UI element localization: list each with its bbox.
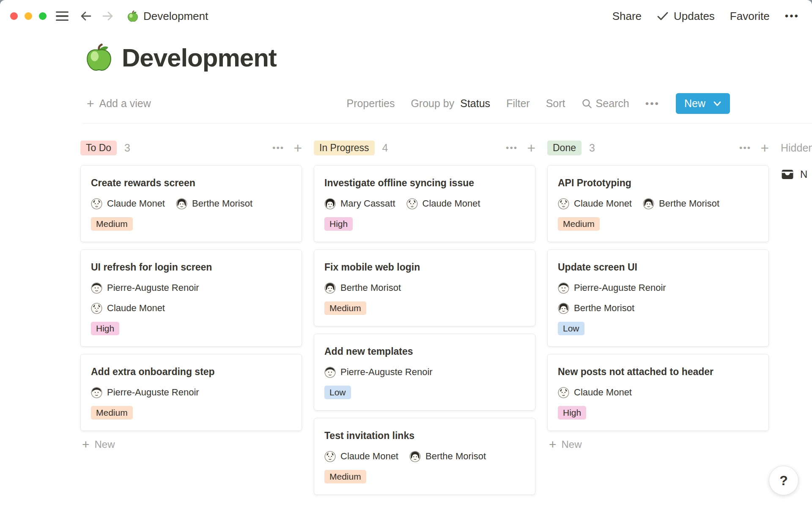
page-title[interactable]: Development — [122, 43, 277, 72]
hidden-column-item[interactable]: N — [781, 168, 812, 180]
notion-window: { "topbar": { "window_title": "Developme… — [0, 0, 812, 508]
share-button[interactable]: Share — [612, 10, 642, 23]
column-add-icon[interactable]: + — [294, 141, 302, 155]
avatar-claude-monet-icon — [406, 198, 418, 210]
avatar-claude-monet-icon — [324, 451, 336, 462]
plus-icon: + — [87, 97, 94, 110]
avatar-claude-monet-icon — [91, 198, 102, 210]
updates-button[interactable]: Updates — [657, 10, 715, 23]
column-more-icon[interactable]: ••• — [272, 143, 284, 153]
assignee: Mary Cassatt — [324, 198, 395, 210]
assignee: Pierre-Auguste Renoir — [91, 282, 199, 294]
card[interactable]: Investigate offline syncing issue Mary C… — [314, 165, 535, 242]
assignee: Claude Monet — [324, 451, 398, 462]
card[interactable]: Update screen UI Pierre-Auguste Renoir B… — [547, 249, 769, 347]
avatar-claude-monet-icon — [558, 198, 569, 210]
priority-badge: High — [324, 217, 353, 231]
avatar-berthe-morisot-icon — [643, 198, 654, 210]
kanban-board: To Do 3 ••• + Create rewards screen Clau… — [0, 124, 812, 502]
filter-button[interactable]: Filter — [506, 97, 530, 110]
assignee: Berthe Morisot — [409, 451, 486, 462]
column-more-icon[interactable]: ••• — [506, 143, 518, 153]
avatar-pierre-auguste-renoir-icon — [558, 282, 569, 294]
priority-badge: High — [91, 322, 119, 335]
card[interactable]: Add extra onboarding step Pierre-Auguste… — [80, 354, 302, 431]
page-emoji-apple-icon — [127, 11, 138, 22]
column-add-icon[interactable]: + — [760, 141, 769, 155]
breadcrumb-page-title[interactable]: Development — [143, 10, 208, 23]
priority-badge: High — [558, 406, 586, 420]
properties-button[interactable]: Properties — [346, 97, 395, 110]
check-icon — [657, 11, 669, 21]
page-icon-apple[interactable] — [85, 44, 112, 72]
assignee: Berthe Morisot — [558, 303, 634, 314]
sort-button[interactable]: Sort — [546, 97, 565, 110]
priority-badge: Medium — [91, 217, 133, 231]
zoom-window-button[interactable] — [39, 12, 47, 20]
assignee: Berthe Morisot — [176, 198, 252, 210]
column-to-do: To Do 3 ••• + Create rewards screen Clau… — [80, 140, 302, 451]
card[interactable]: Create rewards screen Claude Monet Berth… — [80, 165, 302, 242]
avatar-berthe-morisot-icon — [409, 451, 421, 462]
close-window-button[interactable] — [10, 12, 18, 20]
avatar-claude-monet-icon — [91, 303, 102, 314]
minimize-window-button[interactable] — [25, 12, 32, 20]
column-count: 4 — [382, 142, 388, 154]
search-button[interactable]: Search — [582, 97, 629, 110]
plus-icon: + — [82, 438, 90, 451]
sidebar-menu-icon[interactable] — [56, 11, 69, 21]
group-by-button[interactable]: Group byStatus — [411, 97, 490, 110]
priority-badge: Low — [558, 322, 584, 335]
assignee: Claude Monet — [406, 198, 480, 210]
card[interactable]: Fix mobile web login Berthe Morisot Medi… — [314, 249, 535, 326]
assignee: Berthe Morisot — [324, 282, 401, 294]
column-count: 3 — [124, 142, 130, 154]
hidden-columns-section: Hidden N — [781, 140, 812, 180]
column-badge-in-progress[interactable]: In Progress — [314, 141, 375, 155]
avatar-pierre-auguste-renoir-icon — [324, 367, 336, 378]
window-titlebar: Development Share Updates Favorite ••• — [0, 0, 812, 32]
view-toolbar: + Add a view Properties Group byStatus F… — [82, 76, 812, 124]
assignee: Claude Monet — [91, 303, 165, 314]
assignee: Pierre-Auguste Renoir — [324, 367, 433, 378]
column-done: Done 3 ••• + API Prototyping Claude Mone… — [547, 140, 769, 451]
plus-icon: + — [549, 438, 557, 451]
favorite-button[interactable]: Favorite — [730, 10, 770, 23]
column-more-icon[interactable]: ••• — [739, 143, 751, 153]
more-options-icon[interactable]: ••• — [785, 10, 799, 22]
card[interactable]: UI refresh for login screen Pierre-Augus… — [80, 249, 302, 347]
priority-badge: Medium — [558, 217, 600, 231]
priority-badge: Medium — [324, 470, 366, 483]
add-card-button[interactable]: + New — [80, 438, 302, 451]
avatar-mary-cassatt-icon — [324, 198, 336, 210]
avatar-berthe-morisot-icon — [176, 198, 187, 210]
assignee: Claude Monet — [558, 198, 632, 210]
avatar-berthe-morisot-icon — [324, 282, 336, 294]
column-count: 3 — [589, 142, 595, 154]
search-icon — [582, 98, 593, 109]
add-view-button[interactable]: + Add a view — [87, 97, 151, 110]
traffic-lights — [10, 12, 47, 20]
column-badge-done[interactable]: Done — [547, 141, 582, 155]
avatar-pierre-auguste-renoir-icon — [91, 282, 102, 294]
card[interactable]: Test invitation links Claude Monet Berth… — [314, 418, 535, 495]
card[interactable]: API Prototyping Claude Monet Berthe Mori… — [547, 165, 769, 242]
forward-arrow-icon[interactable] — [102, 10, 114, 22]
toolbar-more-icon[interactable]: ••• — [645, 98, 660, 110]
new-button[interactable]: New — [676, 93, 730, 114]
card[interactable]: New posts not attached to header Claude … — [547, 354, 769, 431]
chevron-down-icon — [713, 101, 721, 107]
assignee: Pierre-Auguste Renoir — [558, 282, 666, 294]
assignee: Claude Monet — [558, 387, 632, 398]
back-arrow-icon[interactable] — [80, 10, 92, 22]
add-card-button[interactable]: + New — [547, 438, 769, 451]
hidden-columns-toggle[interactable]: Hidden — [781, 140, 812, 156]
column-badge-to-do[interactable]: To Do — [80, 141, 117, 155]
help-button[interactable]: ? — [769, 466, 798, 495]
assignee: Berthe Morisot — [643, 198, 719, 210]
card[interactable]: Add new templates Pierre-Auguste Renoir … — [314, 334, 535, 411]
priority-badge: Medium — [91, 406, 133, 420]
column-add-icon[interactable]: + — [527, 141, 535, 155]
assignee: Claude Monet — [91, 198, 165, 210]
avatar-pierre-auguste-renoir-icon — [91, 387, 102, 398]
